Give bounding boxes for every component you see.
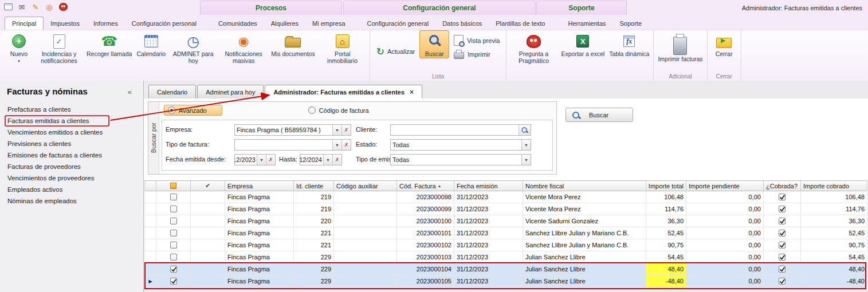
close-icon[interactable]: × bbox=[410, 88, 414, 96]
clear-icon[interactable]: ✗ bbox=[341, 125, 351, 135]
dropdown-icon[interactable]: ▼ bbox=[521, 155, 531, 165]
ribbon-button-cerrar[interactable]: Cerrar bbox=[709, 30, 739, 58]
table-row[interactable]: ▶Fincas Pragma229202300010531/12/2023Jul… bbox=[144, 275, 867, 287]
ribbon-button-buscar[interactable]: Buscar bbox=[419, 30, 449, 58]
sidebar-item-vencimientos-de-proveedores[interactable]: Vencimientos de proveedores bbox=[0, 172, 143, 184]
dropdown-icon[interactable]: ▼ bbox=[332, 140, 341, 150]
radio-waves-icon[interactable] bbox=[44, 2, 54, 12]
row-checkbox[interactable] bbox=[170, 242, 177, 248]
ribbon-tab-datos-basicos[interactable]: Datos básicos bbox=[435, 17, 489, 30]
row-checkbox[interactable] bbox=[170, 266, 177, 273]
table-row[interactable]: Fincas Pragma229202300010431/12/2023Juli… bbox=[144, 263, 867, 275]
ribbon-tab-configuracion-personal[interactable]: Configuración personal bbox=[125, 17, 203, 30]
sidebar-item-nominas-de-empleados[interactable]: Nóminas de empleados bbox=[0, 195, 143, 207]
column-header-importe_total[interactable]: Importe total bbox=[646, 181, 686, 191]
column-header-flag[interactable]: ✔ bbox=[191, 181, 225, 191]
ribbon-tab-plantillas-de-texto[interactable]: Plantillas de texto bbox=[489, 17, 552, 30]
radio-avanzado[interactable]: Avanzado bbox=[164, 105, 222, 116]
sidebar-item-facturas-emitidas-a-clientes[interactable]: Facturas emitidas a clientes bbox=[0, 115, 143, 127]
fecha-desde-datepicker[interactable]: 31/12/2023 ▼ ✗ bbox=[234, 154, 276, 165]
row-checkbox[interactable] bbox=[170, 194, 177, 200]
ribbon-tab-comunidades[interactable]: Comunidades bbox=[211, 17, 264, 30]
sidebar-collapse-icon[interactable]: « bbox=[128, 88, 132, 96]
column-header-id_cliente[interactable]: Id. cliente bbox=[294, 181, 334, 191]
table-row[interactable]: Fincas Pragma229202300010331/12/2023Juli… bbox=[144, 251, 867, 263]
fecha-hasta-datepicker[interactable]: 31/12/2024 ▼ ✗ bbox=[300, 154, 342, 165]
sidebar-item-facturas-de-proveedores[interactable]: Facturas de proveedores bbox=[0, 161, 143, 172]
ribbon-button-notificaciones-masivas[interactable]: Notificaciones masivas bbox=[218, 30, 269, 64]
tipo-emision-combobox[interactable]: Todas ▼ bbox=[390, 154, 531, 165]
column-header-cod_factura[interactable]: Cód. Factura▲ bbox=[397, 181, 454, 191]
dropdown-icon[interactable]: ▼ bbox=[257, 155, 266, 165]
ribbon-button-actualizar[interactable]: Actualizar bbox=[372, 44, 420, 60]
doc-tab-calendario[interactable]: Calendario bbox=[148, 85, 196, 99]
sidebar-item-previsiones-a-clientes[interactable]: Previsiones a clientes bbox=[0, 138, 143, 149]
column-header-empresa[interactable]: Empresa bbox=[225, 181, 294, 191]
sidebar-item-prefacturas-a-clientes[interactable]: Prefacturas a clientes bbox=[0, 104, 143, 115]
ribbon-tab-soporte[interactable]: Soporte bbox=[613, 17, 649, 30]
doc-tab-adminet-para-hoy[interactable]: Adminet para hoy bbox=[197, 85, 264, 99]
app-window-icon[interactable] bbox=[3, 2, 13, 12]
row-checkbox[interactable] bbox=[170, 206, 177, 212]
edit-document-icon[interactable] bbox=[30, 2, 41, 12]
select-all-icon[interactable] bbox=[170, 183, 176, 189]
ribbon-button-adminet-para-hoy[interactable]: ADMINET para hoy bbox=[168, 30, 218, 64]
column-header-codigo_auxiliar[interactable]: Código auxiliar bbox=[334, 181, 397, 191]
ribbon-button-imprimir[interactable]: Imprimir bbox=[450, 49, 503, 60]
dropdown-icon[interactable]: ▼ bbox=[332, 125, 341, 135]
ribbon-tab-herramientas[interactable]: Herramientas bbox=[561, 17, 612, 30]
row-checkbox[interactable] bbox=[170, 218, 177, 224]
radio-codigo-de-factura[interactable]: Código de factura bbox=[308, 106, 369, 114]
column-header-importe_pendiente[interactable]: Importe pendiente bbox=[686, 181, 764, 191]
row-checkbox[interactable] bbox=[170, 230, 177, 236]
ribbon-button-recoger-llamada[interactable]: Recoger llamada bbox=[84, 30, 134, 58]
table-row[interactable]: Fincas Pragma221202300010231/12/2023Sanc… bbox=[144, 239, 867, 251]
column-header-importe_cobrado[interactable]: Importe cobrado bbox=[801, 181, 867, 191]
column-header-select[interactable] bbox=[156, 181, 191, 191]
table-row[interactable]: Fincas Pragma219202300009831/12/2023Vice… bbox=[144, 191, 867, 203]
sidebar-item-emisiones-de-facturas-a-clientes[interactable]: Emisiones de facturas a clientes bbox=[0, 149, 143, 161]
ribbon-button-exportar-a-excel[interactable]: Exportar a excel bbox=[559, 30, 607, 58]
table-row[interactable]: Fincas Pragma219202300009931/12/2023Vice… bbox=[144, 203, 867, 215]
mail-icon[interactable] bbox=[17, 2, 27, 12]
ribbon-button-portal-inmobiliario[interactable]: Portal inmobiliario bbox=[317, 30, 368, 64]
ribbon-button-pregunta-a-pragmatico[interactable]: Pregunta a Pragmático bbox=[508, 30, 559, 64]
sidebar-item-vencimientos-emitidos-a-clientes[interactable]: Vencimientos emitidos a clientes bbox=[0, 127, 143, 138]
ribbon-tab-impuestos[interactable]: Impuestos bbox=[44, 17, 87, 30]
cliente-input[interactable] bbox=[390, 124, 531, 136]
cliente-search-icon[interactable] bbox=[519, 125, 531, 135]
ribbon-button-imprimir-facturas[interactable]: Imprimir facturas bbox=[655, 30, 705, 63]
dropdown-icon[interactable]: ▼ bbox=[323, 155, 332, 165]
dropdown-icon[interactable]: ▼ bbox=[521, 140, 531, 150]
row-checkbox[interactable] bbox=[170, 254, 177, 261]
doc-tab-administrador-facturas-emitidas-a-clientes[interactable]: Administrador: Facturas emitidas a clien… bbox=[265, 85, 422, 99]
clear-icon[interactable]: ✗ bbox=[266, 155, 275, 165]
column-header-nombre_fiscal[interactable]: Nombre fiscal bbox=[523, 181, 646, 191]
clear-icon[interactable]: ✗ bbox=[341, 140, 351, 150]
ribbon-tab-mi-empresa[interactable]: Mi empresa bbox=[305, 17, 352, 30]
ribbon-tab-informes[interactable]: Informes bbox=[87, 17, 125, 30]
table-row[interactable]: Fincas Pragma221202300010131/12/2023Sanc… bbox=[144, 227, 867, 239]
ribbon-tab-alquileres[interactable]: Alquileres bbox=[264, 17, 305, 30]
ribbon-tab-configuracion-general[interactable]: Configuración general bbox=[360, 17, 436, 30]
ribbon-button-vista-previa[interactable]: Vista previa bbox=[450, 34, 503, 47]
ribbon-button-mis-documentos[interactable]: Mis documentos bbox=[269, 30, 317, 58]
buscar-button[interactable]: Buscar bbox=[565, 108, 633, 122]
empresa-combobox[interactable]: Fincas Pragma ( B58959784 ) ▼ ✗ bbox=[234, 124, 351, 136]
column-header-cobrada[interactable]: ¿Cobrada? bbox=[764, 181, 801, 191]
column-header-indicator[interactable] bbox=[145, 181, 156, 191]
ribbon-button-tabla-dinamica[interactable]: Tabla dinámica bbox=[607, 30, 651, 58]
table-row[interactable]: Fincas Pragma220202300010031/12/2023Vice… bbox=[144, 215, 867, 227]
clear-icon[interactable]: ✗ bbox=[332, 155, 341, 165]
row-checkbox[interactable] bbox=[170, 278, 177, 285]
sidebar-item-empleados-activos[interactable]: Empleados activos bbox=[0, 184, 143, 195]
ribbon-button-nuevo[interactable]: Nuevo▾ bbox=[4, 30, 34, 64]
pragmatico-icon[interactable] bbox=[58, 2, 68, 12]
tipo-factura-combobox[interactable]: ▼ ✗ bbox=[234, 139, 351, 151]
search-panel-side[interactable]: Buscar por bbox=[148, 102, 159, 174]
estado-combobox[interactable]: Todas ▼ bbox=[390, 139, 531, 151]
ribbon-tab-principal[interactable]: Principal bbox=[5, 17, 44, 30]
ribbon-button-incidencias-y-notificaciones[interactable]: Incidencias y notificaciones bbox=[34, 30, 84, 64]
ribbon-button-calendario[interactable]: Calendario bbox=[134, 30, 168, 58]
column-header-fecha_emision[interactable]: Fecha emisión bbox=[454, 181, 523, 191]
